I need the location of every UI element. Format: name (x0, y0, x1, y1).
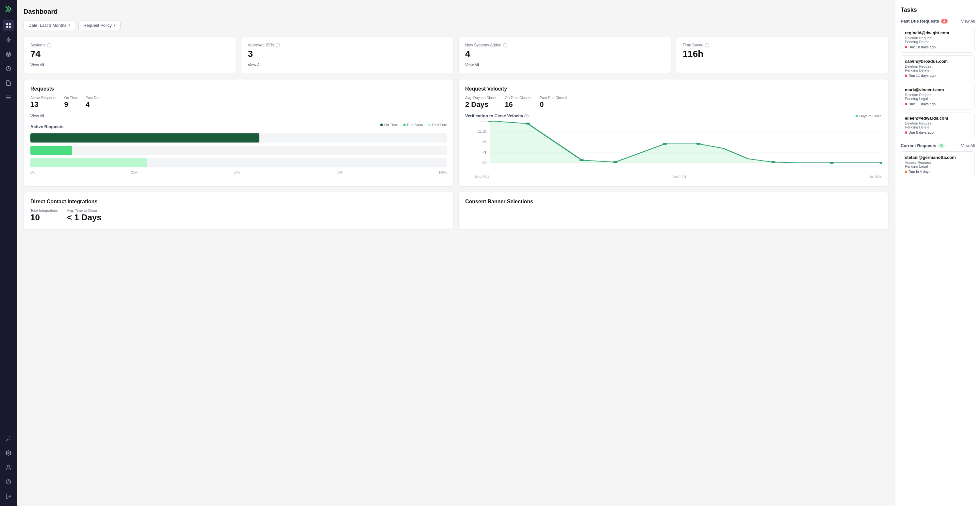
past-due-view-all[interactable]: View All (961, 19, 975, 24)
info-icon: i (47, 43, 51, 47)
legend-on-time: On Time (380, 123, 398, 127)
main-area: Dashboard Date: Last 3 Months ▾ Request … (17, 0, 980, 506)
direct-integrations-card: Direct Contact Integrations Total Integr… (24, 192, 454, 230)
filters-row: Date: Last 3 Months ▾ Request Policy ▾ (24, 21, 889, 30)
svg-rect-2 (9, 23, 11, 25)
velocity-chart-svg: 16 12 8 4 0 (465, 121, 882, 173)
svg-rect-1 (6, 23, 8, 25)
direct-integrations-title: Direct Contact Integrations (30, 199, 447, 204)
bottom-row: Direct Contact Integrations Total Integr… (24, 192, 889, 230)
current-requests-label: Current Requests (900, 143, 936, 148)
info-icon: i (503, 43, 508, 47)
time-saved-value: 116h (683, 49, 882, 59)
active-requests-label: Active Requests (30, 124, 64, 129)
velocity-card: Request Velocity Avg. Days to Close 2 Da… (458, 79, 889, 187)
new-systems-view-all[interactable]: View All (465, 63, 479, 67)
systems-value: 74 (30, 49, 230, 59)
info-icon: i (524, 114, 528, 118)
stat-card-time-saved: Time Saved i 116h (676, 37, 889, 74)
svg-point-27 (525, 123, 530, 125)
chart-subtitle: Verification to Close Velocity i (465, 113, 528, 118)
sidebar-item-person[interactable] (3, 461, 14, 473)
date-filter[interactable]: Date: Last 3 Months ▾ (24, 21, 75, 30)
sidebar-item-question[interactable] (3, 476, 14, 488)
svg-point-32 (771, 161, 776, 163)
active-requests-stat: Active Requests 13 (30, 96, 56, 109)
approved-isrs-view-all[interactable]: View All (248, 63, 262, 67)
systems-view-all[interactable]: View All (30, 63, 44, 67)
svg-point-7 (8, 54, 9, 54)
sidebar-item-export[interactable] (3, 490, 14, 502)
task-card-reginald: reginald@dwight.com Deletion Request Pen… (900, 27, 975, 53)
due-dot-red (905, 75, 907, 77)
past-due-header: Past Due Requests 4 View All (900, 19, 975, 24)
svg-text:16: 16 (477, 121, 487, 123)
past-due-dot (428, 124, 431, 126)
velocity-title: Request Velocity (465, 86, 882, 92)
new-systems-value: 4 (465, 49, 665, 59)
days-to-close-dot (856, 115, 858, 117)
legend-due-soon: Due Soon (403, 123, 423, 127)
velocity-chart-area: 16 12 8 4 0 (465, 121, 882, 180)
consent-banner-card: Consent Banner Selections (458, 192, 889, 230)
mid-row: Requests Active Requests 13 On Time 9 Pa… (24, 79, 889, 187)
content-area: Dashboard Date: Last 3 Months ▾ Request … (17, 0, 895, 506)
past-due-stat: Past Due 4 (86, 96, 100, 109)
requests-card: Requests Active Requests 13 On Time 9 Pa… (24, 79, 454, 187)
svg-text:0: 0 (482, 161, 487, 165)
total-integrations: Total Integrations 10 (30, 209, 58, 223)
past-due-badge: 4 (941, 19, 948, 24)
sidebar-item-gear[interactable] (3, 447, 14, 459)
sidebar (0, 0, 17, 506)
bar-fill-past-due (30, 158, 147, 168)
stat-card-systems: Systems i 74 View All (24, 37, 237, 74)
current-view-all[interactable]: View All (961, 144, 975, 148)
info-icon: i (276, 43, 280, 47)
svg-point-13 (8, 465, 10, 467)
requests-legend: On Time Due Soon Past Due (380, 123, 447, 127)
sidebar-logo[interactable] (3, 4, 14, 14)
bar-row-on-time (30, 133, 447, 142)
info-icon: i (705, 43, 709, 47)
bar-row-past-due (30, 158, 447, 168)
current-requests-badge: 9 (938, 144, 945, 148)
bar-axis: 0% 25% 50% 75% 100% (30, 171, 447, 174)
sidebar-item-wand[interactable] (3, 433, 14, 445)
sidebar-item-list[interactable] (3, 91, 14, 103)
task-card-eileen: eileen@edwards.com Deletion Request Pend… (900, 112, 975, 138)
sidebar-item-target[interactable] (3, 48, 14, 60)
current-requests-header: Current Requests 9 View All (900, 143, 975, 148)
sidebar-item-clock[interactable] (3, 63, 14, 75)
sidebar-item-lightning[interactable] (3, 34, 14, 46)
page-title: Dashboard (24, 8, 889, 15)
tasks-title: Tasks (900, 6, 975, 13)
task-card-mark: mark@vincent.com Deletion Request Pendin… (900, 84, 975, 110)
tasks-panel: Tasks Past Due Requests 4 View All regin… (895, 0, 980, 506)
chevron-down-icon: ▾ (68, 23, 70, 27)
policy-filter[interactable]: Request Policy ▾ (78, 21, 121, 30)
svg-point-12 (8, 452, 10, 454)
past-due-label: Past Due Requests (900, 19, 939, 24)
on-time-dot (380, 124, 383, 126)
sidebar-item-dashboard[interactable] (3, 20, 14, 31)
svg-text:12: 12 (477, 130, 487, 133)
svg-rect-3 (6, 26, 8, 28)
svg-point-30 (662, 143, 667, 145)
stat-card-new-systems: New Systems Added i 4 View All (458, 37, 671, 74)
due-dot-orange (905, 171, 907, 173)
due-dot-red (905, 46, 907, 48)
sidebar-item-document[interactable] (3, 77, 14, 89)
on-time-stat: On Time 9 (64, 96, 78, 109)
due-dot-red (905, 131, 907, 134)
velocity-stats: Avg. Days to Close 2 Days On Time Closed… (465, 96, 882, 109)
svg-point-31 (696, 143, 701, 145)
due-dot-red (905, 103, 907, 105)
avg-days-stat: Avg. Days to Close 2 Days (465, 96, 496, 109)
requests-view-all[interactable]: View All (30, 114, 44, 118)
approved-isrs-value: 3 (248, 49, 447, 59)
task-card-calvin: calvin@broadus.com Deletion Request Pend… (900, 55, 975, 81)
requests-title: Requests (30, 86, 447, 92)
task-card-stefani: stefani@germanotta.com Access Request Pe… (900, 151, 975, 177)
direct-integrations-stats: Total Integrations 10 Avg. Time to Close… (30, 209, 447, 223)
legend-past-due: Past Due (428, 123, 447, 127)
